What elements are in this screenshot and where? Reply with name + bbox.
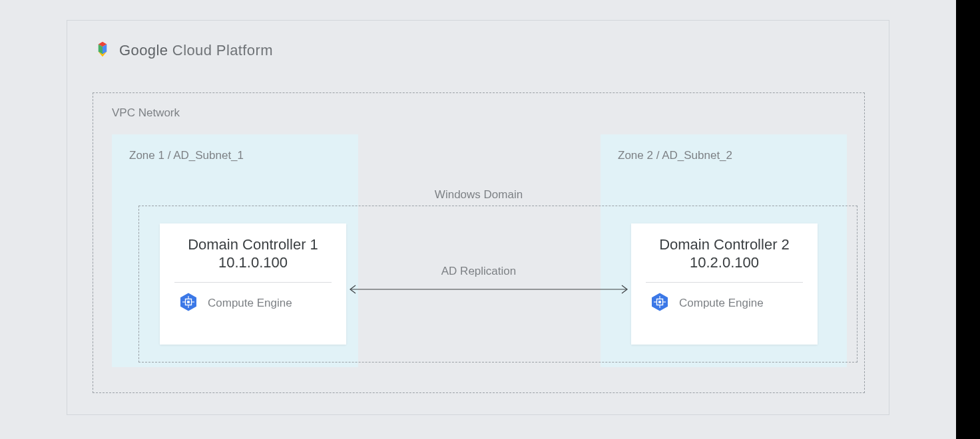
vpc-network-box: VPC Network Zone 1 / AD_Subnet_1 Zone 2 … bbox=[93, 92, 865, 393]
dc1-engine-label: Compute Engine bbox=[208, 297, 292, 310]
inner-frame: Google Cloud Platform VPC Network Zone 1… bbox=[67, 20, 889, 415]
vpc-label: VPC Network bbox=[112, 106, 180, 120]
zone-2-label: Zone 2 / AD_Subnet_2 bbox=[618, 149, 732, 162]
windows-domain-label: Windows Domain bbox=[435, 188, 523, 202]
compute-engine-icon bbox=[650, 292, 670, 315]
divider bbox=[646, 282, 803, 283]
replication-label: AD Replication bbox=[441, 265, 516, 278]
gcp-title: Google Cloud Platform bbox=[119, 42, 273, 59]
dc2-title: Domain Controller 2 bbox=[646, 235, 803, 254]
domain-controller-2: Domain Controller 2 10.2.0.100 bbox=[631, 223, 818, 345]
gcp-title-bold: Google bbox=[119, 42, 168, 59]
diagram-canvas: Google Cloud Platform VPC Network Zone 1… bbox=[0, 0, 956, 439]
compute-engine-icon bbox=[178, 292, 198, 315]
dc1-title: Domain Controller 1 bbox=[174, 235, 332, 254]
svg-rect-2 bbox=[187, 301, 190, 303]
gcp-logo-icon bbox=[93, 39, 113, 62]
svg-rect-9 bbox=[658, 301, 661, 303]
zone-1-label: Zone 1 / AD_Subnet_1 bbox=[129, 149, 244, 162]
dc2-engine-label: Compute Engine bbox=[679, 297, 764, 310]
domain-controller-1: Domain Controller 1 10.1.0.100 bbox=[160, 223, 346, 345]
gcp-header: Google Cloud Platform bbox=[93, 39, 273, 62]
divider bbox=[174, 282, 332, 283]
dc2-ip: 10.2.0.100 bbox=[646, 254, 803, 271]
dc1-ip: 10.1.0.100 bbox=[174, 254, 332, 271]
gcp-title-rest: Cloud Platform bbox=[172, 42, 273, 59]
dc1-engine-row: Compute Engine bbox=[174, 292, 332, 315]
dc2-engine-row: Compute Engine bbox=[646, 292, 803, 315]
replication-arrow bbox=[346, 283, 631, 296]
